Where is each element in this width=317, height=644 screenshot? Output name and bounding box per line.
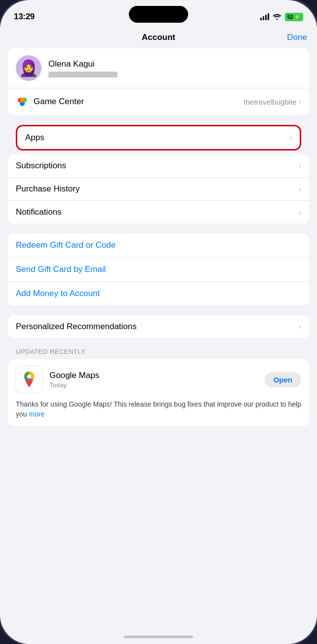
profile-card: 🧕 Olena Kagui [8,48,309,115]
home-indicator [124,636,193,638]
apps-highlighted-item[interactable]: Apps › [16,125,301,151]
open-button[interactable]: Open [265,372,301,387]
redeem-gift-card-item[interactable]: Redeem Gift Card or Code [8,233,309,258]
status-icons: 52 ⚡ [260,13,303,21]
google-maps-row: Google Maps Today Open [8,359,309,400]
battery-badge: 52 ⚡ [285,13,303,21]
recommendations-card: Personalized Recommendations › [8,315,309,338]
profile-section: 🧕 Olena Kagui [8,48,309,115]
app-section: Google Maps Today Open Thanks for using … [8,359,309,426]
add-money-item[interactable]: Add Money to Account [8,282,309,305]
menu-section: Subscriptions › Purchase History › Notif… [8,154,309,224]
menu-card: Subscriptions › Purchase History › Notif… [8,154,309,224]
status-time: 13:29 [14,12,35,22]
apps-label: Apps [25,133,44,143]
recommendations-item[interactable]: Personalized Recommendations › [8,315,309,338]
recommendations-chevron-icon: › [299,323,301,331]
game-center-label: Game Center [34,97,84,107]
app-date: Today [49,381,265,389]
profile-name: Olena Kagui [48,59,301,69]
nav-header: Account Done [0,27,317,48]
recommendations-section: Personalized Recommendations › [8,315,309,338]
app-card: Google Maps Today Open Thanks for using … [8,359,309,426]
google-maps-icon [18,369,40,390]
signal-bars-icon [260,13,269,20]
recommendations-label: Personalized Recommendations [16,322,137,332]
svg-point-6 [27,375,31,379]
gift-section: Redeem Gift Card or Code Send Gift Card … [8,233,309,305]
apps-chevron-icon: › [289,134,292,142]
google-maps-icon-wrapper [16,366,42,393]
apps-highlighted-container: Apps › [8,125,309,151]
subscriptions-chevron-icon: › [299,162,301,170]
svg-point-4 [20,98,25,103]
content-area: Account Done 🧕 Olena Kagui [0,27,317,644]
more-link[interactable]: more [29,410,44,418]
phone-screen: 13:29 52 ⚡ [0,0,317,644]
updated-recently-label: UPDATED RECENTLY [0,348,317,355]
app-info: Google Maps Today [49,371,265,389]
profile-info: Olena Kagui [48,59,301,77]
done-button[interactable]: Done [287,33,307,42]
purchase-history-item[interactable]: Purchase History › [8,178,309,201]
game-center-icon [16,95,29,108]
notifications-item[interactable]: Notifications › [8,201,309,224]
wifi-icon [273,13,281,21]
profile-email-blur [48,72,118,77]
notifications-chevron-icon: › [299,208,301,216]
game-center-value: thetravelbugbite [244,98,297,106]
phone-frame: 13:29 52 ⚡ [0,0,317,644]
app-description: Thanks for using Google Maps! This relea… [8,400,309,426]
purchase-history-chevron-icon: › [299,185,301,193]
game-center-row[interactable]: Game Center thetravelbugbite › [8,88,309,115]
avatar: 🧕 [16,55,41,81]
dynamic-island [129,6,188,23]
page-title: Account [142,33,175,42]
send-gift-card-item[interactable]: Send Gift Card by Email [8,258,309,282]
app-name: Google Maps [49,371,265,380]
profile-row[interactable]: 🧕 Olena Kagui [8,48,309,88]
subscriptions-item[interactable]: Subscriptions › [8,154,309,178]
gift-card: Redeem Gift Card or Code Send Gift Card … [8,233,309,305]
game-center-chevron-icon: › [299,98,301,106]
